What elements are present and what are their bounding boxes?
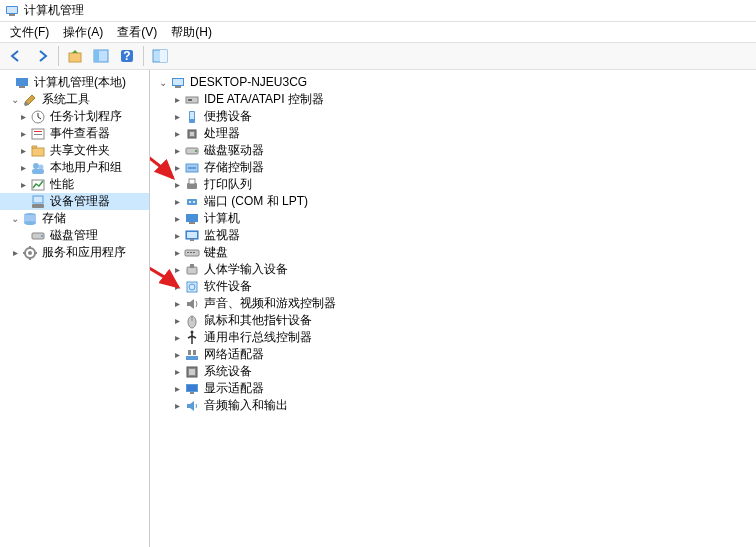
tree-task-scheduler[interactable]: ▸ 任务计划程序	[0, 108, 149, 125]
twisty-collapsed-icon[interactable]: ▸	[170, 280, 184, 294]
twisty-collapsed-icon[interactable]: ▸	[170, 399, 184, 413]
device-category[interactable]: ▸通用串行总线控制器	[150, 329, 756, 346]
tree-storage[interactable]: ⌄ 存储	[0, 210, 149, 227]
up-button[interactable]	[63, 44, 87, 68]
twisty-collapsed-icon[interactable]: ▸	[16, 144, 30, 158]
device-category[interactable]: ▸键盘	[150, 244, 756, 261]
tree-root-local[interactable]: ▸ 计算机管理(本地)	[0, 74, 149, 91]
right-tree-pane[interactable]: ⌄ DESKTOP-NJEU3CG ▸IDE ATA/ATAPI 控制器▸便携设…	[150, 70, 756, 547]
twisty-collapsed-icon[interactable]: ▸	[16, 110, 30, 124]
twisty-collapsed-icon[interactable]: ▸	[170, 331, 184, 345]
forward-button[interactable]	[30, 44, 54, 68]
device-category[interactable]: ▸显示适配器	[150, 380, 756, 397]
svg-rect-10	[16, 78, 28, 86]
device-category[interactable]: ▸便携设备	[150, 108, 756, 125]
tree-label: 监视器	[204, 227, 240, 244]
device-category[interactable]: ▸软件设备	[150, 278, 756, 295]
device-category[interactable]: ▸监视器	[150, 227, 756, 244]
twisty-collapsed-icon[interactable]: ▸	[170, 348, 184, 362]
svg-rect-23	[32, 204, 44, 208]
back-button[interactable]	[4, 44, 28, 68]
menu-view[interactable]: 查看(V)	[111, 22, 163, 43]
twisty-collapsed-icon[interactable]: ▸	[170, 93, 184, 107]
twisty-expanded-icon[interactable]: ⌄	[8, 93, 22, 107]
show-hide-tree-button[interactable]	[89, 44, 113, 68]
help-button[interactable]: ?	[115, 44, 139, 68]
disk-icon	[184, 143, 200, 159]
svg-rect-3	[69, 53, 81, 62]
twisty-collapsed-icon[interactable]: ▸	[170, 161, 184, 175]
svg-point-41	[195, 150, 197, 152]
svg-rect-65	[193, 350, 196, 355]
device-category[interactable]: ▸计算机	[150, 210, 756, 227]
twisty-collapsed-icon[interactable]: ▸	[170, 195, 184, 209]
twisty-collapsed-icon[interactable]: ▸	[170, 212, 184, 226]
tree-system-tools[interactable]: ⌄ 系统工具	[0, 91, 149, 108]
twisty-collapsed-icon[interactable]: ▸	[170, 382, 184, 396]
twisty-collapsed-icon[interactable]: ▸	[170, 314, 184, 328]
device-category[interactable]: ▸网络适配器	[150, 346, 756, 363]
device-root[interactable]: ⌄ DESKTOP-NJEU3CG	[150, 74, 756, 91]
tree-performance[interactable]: ▸ 性能	[0, 176, 149, 193]
twisty-collapsed-icon[interactable]: ▸	[170, 365, 184, 379]
tree-label: 计算机管理(本地)	[34, 74, 126, 91]
tree-services[interactable]: ▸ 服务和应用程序	[0, 244, 149, 261]
svg-rect-63	[186, 356, 198, 360]
twisty-collapsed-icon[interactable]: ▸	[16, 178, 30, 192]
twisty-collapsed-icon[interactable]: ▸	[8, 246, 22, 260]
tree-event-viewer[interactable]: ▸ 事件查看器	[0, 125, 149, 142]
twisty-collapsed-icon[interactable]: ▸	[170, 246, 184, 260]
device-category[interactable]: ▸系统设备	[150, 363, 756, 380]
device-category[interactable]: ▸鼠标和其他指针设备	[150, 312, 756, 329]
svg-point-46	[189, 201, 191, 203]
device-category[interactable]: ▸存储控制器	[150, 159, 756, 176]
device-category[interactable]: ▸音频输入和输出	[150, 397, 756, 414]
device-category[interactable]: ▸IDE ATA/ATAPI 控制器	[150, 91, 756, 108]
details-button[interactable]	[148, 44, 172, 68]
svg-rect-15	[34, 131, 42, 132]
services-icon	[22, 245, 38, 261]
svg-rect-11	[19, 86, 25, 88]
twisty-collapsed-icon[interactable]: ▸	[170, 144, 184, 158]
tree-local-users[interactable]: ▸ 本地用户和组	[0, 159, 149, 176]
content-area: ▸ 计算机管理(本地) ⌄ 系统工具 ▸ 任务计划程序 ▸ 事件查看器 ▸ 共享…	[0, 70, 756, 547]
twisty-collapsed-icon[interactable]: ▸	[16, 161, 30, 175]
device-category[interactable]: ▸端口 (COM 和 LPT)	[150, 193, 756, 210]
tree-label: 任务计划程序	[50, 108, 122, 125]
twisty-expanded-icon[interactable]: ⌄	[156, 76, 170, 90]
tree-label: 通用串行总线控制器	[204, 329, 312, 346]
twisty-collapsed-icon[interactable]: ▸	[16, 127, 30, 141]
device-manager-icon	[30, 194, 46, 210]
menu-action[interactable]: 操作(A)	[57, 22, 109, 43]
device-category[interactable]: ▸人体学输入设备	[150, 261, 756, 278]
twisty-collapsed-icon[interactable]: ▸	[170, 178, 184, 192]
device-category[interactable]: ▸磁盘驱动器	[150, 142, 756, 159]
menu-file[interactable]: 文件(F)	[4, 22, 55, 43]
twisty-collapsed-icon[interactable]: ▸	[170, 297, 184, 311]
menubar: 文件(F) 操作(A) 查看(V) 帮助(H)	[0, 22, 756, 42]
computer-mgmt-icon	[14, 75, 30, 91]
device-category[interactable]: ▸处理器	[150, 125, 756, 142]
svg-rect-17	[32, 148, 44, 156]
twisty-expanded-icon[interactable]: ⌄	[8, 212, 22, 226]
twisty-collapsed-icon[interactable]: ▸	[170, 127, 184, 141]
svg-point-12	[24, 102, 28, 106]
tree-disk-mgmt[interactable]: ▸ 磁盘管理	[0, 227, 149, 244]
tree-label: 打印队列	[204, 176, 252, 193]
twisty-collapsed-icon[interactable]: ▸	[170, 229, 184, 243]
device-category[interactable]: ▸声音、视频和游戏控制器	[150, 295, 756, 312]
svg-point-26	[24, 221, 36, 225]
computer-icon	[184, 211, 200, 227]
twisty-collapsed-icon[interactable]: ▸	[170, 110, 184, 124]
tree-shared-folders[interactable]: ▸ 共享文件夹	[0, 142, 149, 159]
display-icon	[184, 381, 200, 397]
device-category[interactable]: ▸打印队列	[150, 176, 756, 193]
tree-label: 音频输入和输出	[204, 397, 288, 414]
svg-rect-56	[193, 252, 195, 253]
window-title: 计算机管理	[24, 2, 84, 19]
twisty-collapsed-icon[interactable]: ▸	[170, 263, 184, 277]
tree-device-manager[interactable]: ▸ 设备管理器	[0, 193, 149, 210]
menu-help[interactable]: 帮助(H)	[165, 22, 218, 43]
tree-label: 事件查看器	[50, 125, 110, 142]
left-tree-pane[interactable]: ▸ 计算机管理(本地) ⌄ 系统工具 ▸ 任务计划程序 ▸ 事件查看器 ▸ 共享…	[0, 70, 150, 547]
